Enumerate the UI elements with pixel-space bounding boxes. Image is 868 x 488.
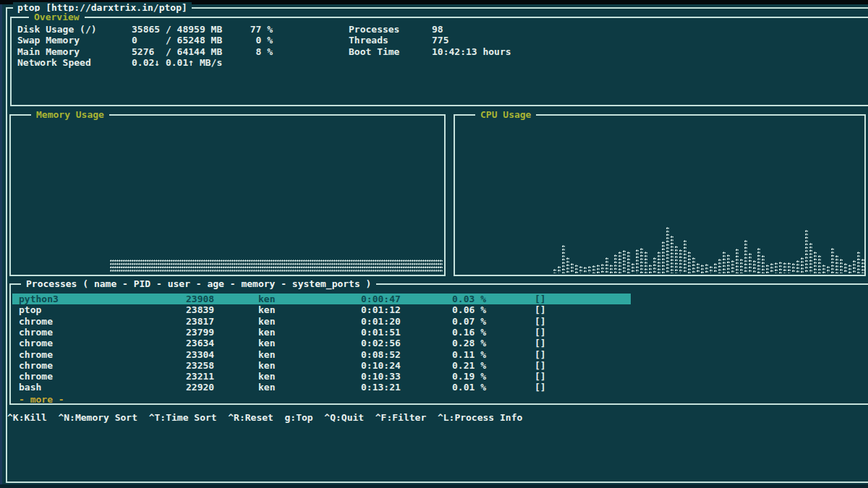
cpu-history-bar xyxy=(605,257,608,273)
process-user: ken xyxy=(258,304,275,315)
cpu-history-bar xyxy=(762,255,765,273)
cpu-history-bar xyxy=(744,240,747,273)
process-name: python3 xyxy=(19,294,59,304)
keybind-item[interactable]: ^N:Memory Sort xyxy=(58,412,137,423)
process-age: 0:10:24 xyxy=(361,360,401,371)
keybind-item[interactable]: ^T:Time Sort xyxy=(149,412,217,423)
keybind-item[interactable]: ^L:Process Info xyxy=(438,412,522,423)
process-ports: [] xyxy=(535,371,546,382)
cpu-history-bar xyxy=(805,230,808,273)
process-ports: [] xyxy=(535,316,546,327)
process-age: 0:13:21 xyxy=(361,382,401,393)
more-rows-indicator: - more - xyxy=(19,394,64,405)
cpu-history-bar xyxy=(835,255,838,273)
cpu-history-bar xyxy=(857,252,860,273)
cpu-history-bar xyxy=(627,252,630,273)
process-row[interactable]: chrome23799ken0:01:510.16 %[] xyxy=(12,327,867,338)
cpu-history-bar xyxy=(861,259,864,273)
keybind-item[interactable]: ^F:Filter xyxy=(375,412,426,423)
overview-row: Processes98 xyxy=(12,24,868,35)
cpu-history-bar xyxy=(697,263,699,273)
cpu-history-bar xyxy=(597,265,600,273)
overview-metric-label: Threads xyxy=(349,35,388,46)
process-row[interactable]: ptop23839ken0:01:120.06 %[] xyxy=(12,304,867,315)
overview-metric-value: 0.02↓ 0.01↑ MB/s xyxy=(132,57,222,68)
cpu-history-bar xyxy=(575,265,578,273)
process-memory: 0.07 % xyxy=(452,316,486,327)
process-user: ken xyxy=(258,327,275,338)
process-row[interactable]: chrome23304ken0:08:520.11 %[] xyxy=(12,349,867,360)
process-age: 0:01:51 xyxy=(361,327,401,338)
cpu-history-bar xyxy=(592,265,595,273)
cpu-history-bar xyxy=(753,260,756,273)
cpu-history-bar xyxy=(558,266,561,273)
process-row[interactable]: bash22920ken0:13:210.01 %[] xyxy=(12,382,867,393)
process-memory: 0.19 % xyxy=(452,371,486,382)
cpu-history-bar xyxy=(684,240,686,273)
process-pid: 23211 xyxy=(186,371,214,382)
cpu-history-bar xyxy=(731,260,734,273)
cpu-history-bar xyxy=(727,254,730,273)
process-memory: 0.06 % xyxy=(452,304,486,315)
process-row[interactable]: chrome23258ken0:10:240.21 %[] xyxy=(12,360,867,371)
process-pid: 23304 xyxy=(186,349,214,360)
process-row[interactable]: chrome23211ken0:10:330.19 %[] xyxy=(12,371,867,382)
cpu-history-bar xyxy=(848,265,851,273)
process-table: python323908ken0:00:470.03 %[]ptop23839k… xyxy=(12,294,867,402)
cpu-history-bar xyxy=(723,252,726,273)
cpu-history-bar xyxy=(822,265,825,273)
processes-box-label: Processes ( name - PID - user - age - me… xyxy=(21,278,376,289)
cpu-usage-box-label: CPU Usage xyxy=(475,109,536,120)
process-age: 0:01:12 xyxy=(361,304,401,315)
cpu-history-bar xyxy=(714,263,717,273)
ptop-terminal: ptop [http://darxtrix.in/ptop] Overview … xyxy=(0,0,868,488)
overview-metric-value: 10:42:13 hours xyxy=(432,46,511,57)
keybind-item[interactable]: ^K:Kill xyxy=(7,412,47,423)
cpu-history-bar xyxy=(831,248,834,273)
cpu-history-bar xyxy=(610,265,613,273)
process-pid: 23799 xyxy=(186,327,214,338)
process-row[interactable]: chrome23817ken0:01:200.07 %[] xyxy=(12,316,867,327)
terminal-bottom-edge xyxy=(0,484,868,488)
cpu-history-bar xyxy=(705,264,708,273)
process-user: ken xyxy=(258,382,275,393)
memory-usage-chart xyxy=(110,260,443,273)
process-pid: 22920 xyxy=(186,382,214,393)
cpu-history-bar xyxy=(653,257,656,273)
cpu-usage-box: CPU Usage xyxy=(454,114,866,276)
overview-metric-value: 98 xyxy=(432,24,443,35)
cpu-history-bar xyxy=(644,252,647,273)
process-user: ken xyxy=(258,294,275,304)
process-row[interactable]: python323908ken0:00:470.03 %[] xyxy=(12,294,867,304)
process-age: 0:00:47 xyxy=(361,294,401,304)
cpu-history-bar xyxy=(783,262,786,273)
overview-metric-label: Boot Time xyxy=(349,46,399,57)
overview-box-label: Overview xyxy=(29,12,85,22)
keybind-item[interactable]: ^Q:Quit xyxy=(324,412,364,423)
cpu-history-bar xyxy=(636,249,639,273)
cpu-history-bar xyxy=(571,263,574,273)
process-memory: 0.28 % xyxy=(452,338,486,348)
process-ports: [] xyxy=(535,360,546,371)
process-pid: 23908 xyxy=(186,294,214,304)
cpu-history-bar xyxy=(579,266,582,273)
cpu-history-bar xyxy=(701,265,704,273)
cpu-history-bar xyxy=(614,254,617,273)
process-name: chrome xyxy=(19,338,53,348)
cpu-history-bar xyxy=(562,245,565,273)
overview-row: Network Speed0.02↓ 0.01↑ MB/s xyxy=(12,57,868,68)
cpu-history-bar xyxy=(801,257,804,273)
process-age: 0:02:56 xyxy=(361,338,401,348)
process-name: bash xyxy=(19,382,41,393)
cpu-history-bar xyxy=(827,266,830,273)
memory-usage-box-label: Memory Usage xyxy=(31,109,109,120)
process-row[interactable]: chrome23634ken0:02:560.28 %[] xyxy=(12,338,867,348)
process-memory: 0.21 % xyxy=(452,360,486,371)
cpu-history-bar xyxy=(688,252,691,273)
keybind-item[interactable]: g:Top xyxy=(285,412,313,423)
cpu-history-bar xyxy=(710,266,712,273)
process-name: chrome xyxy=(19,349,53,360)
keybind-item[interactable]: ^R:Reset xyxy=(228,412,273,423)
process-age: 0:01:20 xyxy=(361,316,401,327)
terminal-left-edge xyxy=(0,0,2,488)
